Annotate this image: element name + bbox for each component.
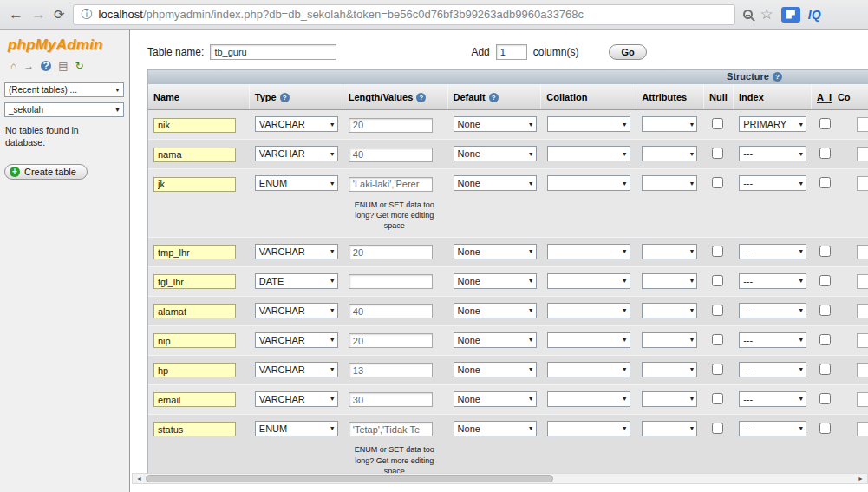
type-select[interactable]: VARCHAR▼ [255,362,338,377]
default-select[interactable]: None▼ [454,332,537,348]
index-select[interactable]: ---▼ [739,332,806,348]
attributes-select[interactable]: ▼ [642,303,697,318]
go-button[interactable]: Go [609,44,646,60]
type-select[interactable]: VARCHAR▼ [255,116,338,132]
collation-select[interactable]: ▼ [547,175,630,191]
column-name-input[interactable] [153,422,236,436]
create-table-button[interactable]: + Create table [4,164,88,180]
type-select[interactable]: VARCHAR▼ [255,332,338,348]
index-select[interactable]: ---▼ [739,175,806,191]
attributes-select[interactable]: ▼ [642,332,697,348]
index-select[interactable]: ---▼ [739,146,806,161]
auto-increment-checkbox[interactable] [819,423,831,434]
column-name-input[interactable] [153,392,236,407]
collation-select[interactable]: ▼ [547,362,630,377]
index-select[interactable]: ---▼ [739,391,806,407]
comments-input[interactable] [857,274,868,289]
help-icon[interactable]: ? [41,61,51,71]
column-name-input[interactable] [153,245,236,259]
refresh-navigation-icon[interactable]: ↻ [75,61,84,71]
auto-increment-checkbox[interactable] [819,364,831,375]
column-name-input[interactable] [153,118,236,133]
comments-input[interactable] [857,333,868,348]
type-select[interactable]: VARCHAR▼ [255,244,338,259]
auto-increment-checkbox[interactable] [819,246,831,257]
column-name-input[interactable] [153,333,236,348]
default-select[interactable]: None▼ [454,303,537,318]
logout-icon[interactable]: → [23,61,34,71]
horizontal-scrollbar[interactable]: ◄ ► [132,473,868,484]
attributes-select[interactable]: ▼ [642,421,697,436]
extension-iq-label[interactable]: IQ [808,8,821,22]
null-checkbox[interactable] [712,246,723,257]
length-values-input[interactable] [349,118,433,133]
scrollbar-thumb[interactable] [146,475,553,482]
attributes-select[interactable]: ▼ [642,116,697,132]
scroll-right-icon[interactable]: ► [854,476,867,482]
attributes-select[interactable]: ▼ [642,273,697,289]
comments-input[interactable] [857,117,868,132]
attributes-select[interactable]: ▼ [642,362,697,377]
length-values-input[interactable] [349,148,433,162]
extension-icon[interactable] [781,7,800,23]
type-select[interactable]: VARCHAR▼ [255,303,338,318]
length-values-input[interactable] [349,392,433,407]
comments-input[interactable] [857,304,868,318]
comments-input[interactable] [857,176,868,191]
column-name-input[interactable] [153,304,236,318]
collation-select[interactable]: ▼ [547,332,630,348]
index-select[interactable]: ---▼ [739,362,806,377]
length-values-input[interactable] [349,177,433,192]
help-icon[interactable]: ? [773,72,782,82]
type-select[interactable]: DATE▼ [255,273,338,289]
type-select[interactable]: ENUM▼ [255,421,338,436]
phpmyadmin-logo[interactable]: phpMyAdmin [8,36,125,54]
attributes-select[interactable]: ▼ [642,175,697,191]
comments-input[interactable] [857,363,868,377]
help-icon[interactable]: ? [489,93,499,102]
home-icon[interactable]: ⌂ [10,61,16,71]
index-select[interactable]: ---▼ [739,421,806,436]
reload-icon[interactable]: ⟳ [54,8,65,21]
default-select[interactable]: None▼ [454,175,537,191]
forward-icon[interactable]: → [31,7,46,22]
type-select[interactable]: VARCHAR▼ [255,391,338,407]
null-checkbox[interactable] [712,148,723,159]
default-select[interactable]: None▼ [454,273,537,289]
null-checkbox[interactable] [712,423,723,434]
auto-increment-checkbox[interactable] [819,148,831,159]
recent-tables-select[interactable]: (Recent tables) ... ▼ [4,82,124,97]
null-checkbox[interactable] [712,177,723,188]
length-values-input[interactable] [349,304,433,318]
help-icon[interactable]: ? [280,93,290,102]
length-values-input[interactable] [349,422,433,436]
null-checkbox[interactable] [712,393,723,404]
column-name-input[interactable] [153,177,236,192]
default-select[interactable]: None▼ [454,116,537,132]
index-select[interactable]: ---▼ [739,273,806,289]
attributes-select[interactable]: ▼ [642,146,697,161]
auto-increment-checkbox[interactable] [819,305,831,316]
type-select[interactable]: VARCHAR▼ [255,146,338,161]
column-name-input[interactable] [153,363,236,377]
auto-increment-checkbox[interactable] [819,334,831,345]
auto-increment-checkbox[interactable] [819,393,831,404]
help-icon[interactable]: ? [416,93,426,102]
collation-select[interactable]: ▼ [547,146,630,161]
bookmark-star-icon[interactable]: ☆ [760,7,773,22]
address-bar[interactable]: ⓘ localhost/phpmyadmin/index.php?db=db_s… [73,4,735,25]
length-values-input[interactable] [349,333,433,348]
comments-input[interactable] [857,392,868,407]
scroll-left-icon[interactable]: ◄ [133,476,146,482]
zoom-icon[interactable] [743,10,753,19]
table-name-input[interactable] [210,44,336,60]
default-select[interactable]: None▼ [454,421,537,436]
auto-increment-checkbox[interactable] [819,118,831,129]
attributes-select[interactable]: ▼ [642,244,697,259]
comments-input[interactable] [857,422,868,436]
database-select[interactable]: _sekolah ▼ [4,102,124,117]
comments-input[interactable] [857,245,868,259]
add-columns-input[interactable] [496,44,527,60]
default-select[interactable]: None▼ [454,362,537,377]
null-checkbox[interactable] [712,334,723,345]
